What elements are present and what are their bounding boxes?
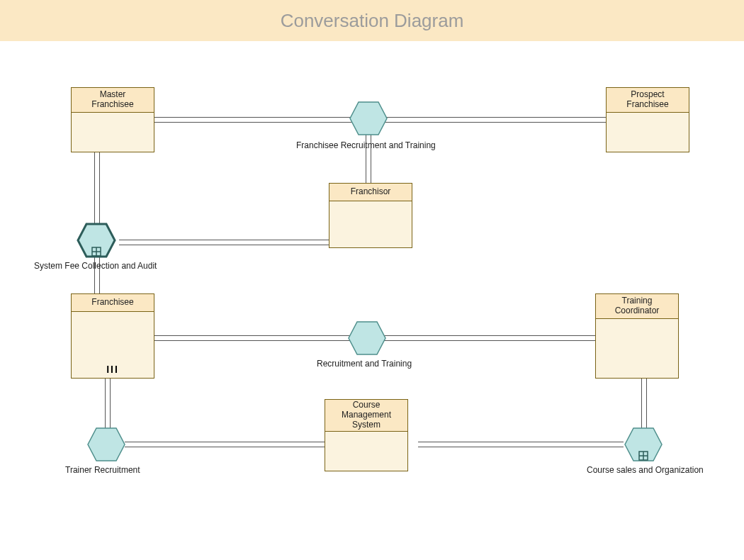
- conversation-label: System Fee Collection and Audit: [34, 261, 157, 271]
- pool-body: [329, 201, 412, 247]
- hexagon-icon: [86, 427, 126, 462]
- pool-franchisee[interactable]: Franchisee III: [71, 293, 154, 379]
- pool-header: Franchisor: [329, 184, 412, 201]
- svg-marker-5: [88, 428, 125, 461]
- pool-master-franchisee[interactable]: MasterFranchisee: [71, 87, 154, 152]
- pool-header: MasterFranchisee: [72, 88, 154, 113]
- pool-header: TrainingCoordinator: [596, 294, 678, 319]
- pool-course-management-system[interactable]: CourseManagementSystem: [325, 399, 408, 471]
- link: [125, 442, 325, 447]
- pool-franchisor[interactable]: Franchisor: [329, 183, 412, 248]
- conversation-label: Course sales and Organization: [587, 465, 704, 475]
- conversation-course-sales-organization[interactable]: [624, 427, 663, 465]
- diagram-canvas: MasterFranchisee ProspectFranchisee Fran…: [0, 41, 744, 560]
- link: [641, 376, 647, 429]
- svg-marker-4: [349, 322, 385, 354]
- pool-body: [607, 113, 689, 152]
- pool-body: [72, 113, 154, 152]
- pool-header: Franchisee: [72, 294, 154, 312]
- conversation-system-fee-collection[interactable]: [77, 223, 116, 261]
- pool-header: CourseManagementSystem: [325, 400, 407, 432]
- conversation-trainer-recruitment[interactable]: [86, 427, 126, 465]
- title-bar: Conversation Diagram: [0, 0, 744, 41]
- pool-body: [596, 319, 678, 378]
- hexagon-icon: [624, 427, 663, 462]
- pool-training-coordinator[interactable]: TrainingCoordinator: [595, 293, 679, 379]
- svg-marker-0: [350, 102, 387, 135]
- pool-body: [325, 432, 407, 471]
- conversation-franchisee-recruitment-training[interactable]: [349, 101, 388, 139]
- hexagon-icon: [347, 320, 387, 356]
- page-title: Conversation Diagram: [281, 10, 464, 32]
- conversation-label: Franchisee Recruitment and Training: [296, 140, 436, 150]
- conversation-label: Trainer Recruitment: [65, 465, 140, 475]
- hexagon-icon: [77, 223, 116, 258]
- link: [418, 442, 624, 447]
- pool-header: ProspectFranchisee: [607, 88, 689, 113]
- multi-instance-marker-icon: III: [106, 364, 119, 375]
- conversation-label: Recruitment and Training: [317, 359, 412, 369]
- hexagon-icon: [349, 101, 388, 136]
- pool-prospect-franchisee[interactable]: ProspectFranchisee: [606, 87, 689, 152]
- conversation-recruitment-training[interactable]: [347, 320, 387, 359]
- pool-body: III: [72, 312, 154, 378]
- link: [105, 374, 111, 431]
- link: [119, 240, 332, 245]
